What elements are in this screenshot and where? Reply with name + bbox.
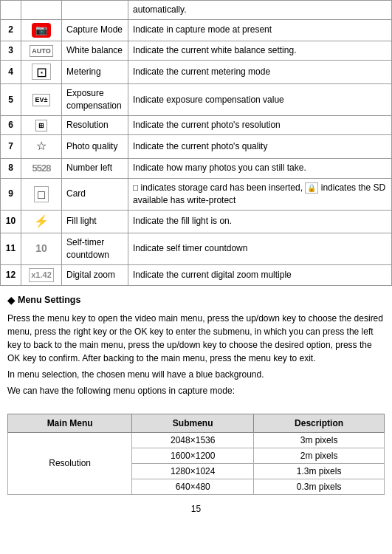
- timer-icon: 10: [35, 242, 47, 256]
- row-num: 8: [1, 158, 21, 178]
- row-icon: AUTO: [21, 41, 62, 61]
- row-desc: Indicate the current white balance setti…: [128, 41, 392, 61]
- row-desc: Indicate exposure compensation value: [128, 84, 392, 116]
- row-name: Number left: [62, 158, 128, 178]
- empty-cell: [1, 1, 21, 20]
- row-icon: 📷: [21, 19, 62, 41]
- menu-para2: In menu selection, the chosen menu will …: [7, 368, 385, 381]
- row-name: Card: [62, 178, 128, 210]
- camera-icon: 📷: [32, 23, 51, 38]
- menu-table-row: Resolution 2048×1536 3m pixels: [8, 432, 385, 448]
- empty-name: [62, 1, 128, 20]
- row-icon: ☆: [21, 135, 62, 158]
- row-num: 3: [1, 41, 21, 61]
- submenu-1600: 1600×1200: [132, 448, 254, 463]
- row-icon: ⊞: [21, 115, 62, 135]
- row-name: Resolution: [62, 115, 128, 135]
- ev-icon: EV±: [32, 94, 51, 106]
- diamond-icon: ◆: [7, 295, 15, 306]
- menu-settings-section: ◆ Menu Settings Press the menu key to op…: [0, 286, 392, 406]
- main-menu-header: Main Menu: [8, 414, 132, 432]
- menu-para3: We can have the following menu options i…: [7, 384, 385, 397]
- zoom-icon: x1.42: [29, 268, 54, 282]
- empty-icon: [21, 1, 62, 20]
- row-icon: 10: [21, 233, 62, 264]
- description-header: Description: [254, 414, 385, 432]
- row-icon: □: [21, 178, 62, 210]
- row-desc: Indicate the fill light is on.: [128, 210, 392, 233]
- quality-icon: ☆: [36, 140, 47, 152]
- resolution-main-menu: Resolution: [8, 432, 132, 494]
- card-desc-part1: □ indicates storage card has been insert…: [133, 182, 305, 193]
- note-row: automatically.: [1, 1, 392, 20]
- desc-1-3m: 1.3m pixels: [254, 463, 385, 479]
- table-header-row: Main Menu Submenu Description: [8, 414, 385, 432]
- row-name: Exposure compensation: [62, 84, 128, 116]
- table-row: 12 x1.42 Digital zoom Indicate the curre…: [1, 264, 392, 285]
- card-icon: □: [34, 186, 49, 202]
- card-lock-icon: 🔒: [305, 182, 318, 194]
- table-row: 7 ☆ Photo quality Indicate the current p…: [1, 135, 392, 158]
- row-desc: □ indicates storage card has been insert…: [128, 178, 392, 210]
- row-desc: Indicate the current metering mode: [128, 61, 392, 84]
- row-name: Metering: [62, 61, 128, 84]
- row-icon: EV±: [21, 84, 62, 116]
- desc-2m: 2m pixels: [254, 448, 385, 463]
- numleft-icon: 5528: [32, 162, 51, 175]
- desc-0-3m: 0.3m pixels: [254, 479, 385, 494]
- row-num: 10: [1, 210, 21, 233]
- row-icon: 5528: [21, 158, 62, 178]
- row-num: 12: [1, 264, 21, 285]
- row-desc: Indicate self timer countdown: [128, 233, 392, 264]
- table-row: 4 ⊡ Metering Indicate the current meteri…: [1, 61, 392, 84]
- row-name: Capture Mode: [62, 19, 128, 41]
- menu-settings-label: Menu Settings: [18, 295, 80, 305]
- auto-note: automatically.: [128, 1, 392, 20]
- row-name: Self-timer countdown: [62, 233, 128, 264]
- row-desc: Indicate how many photos you can still t…: [128, 158, 392, 178]
- row-num: 7: [1, 135, 21, 158]
- table-row: 10 ⚡ Fill light Indicate the fill light …: [1, 210, 392, 233]
- submenu-header: Submenu: [132, 414, 254, 432]
- row-num: 2: [1, 19, 21, 41]
- page-number: 15: [0, 499, 392, 521]
- row-num: 4: [1, 61, 21, 84]
- row-desc: Indicate the current photo's quality: [128, 135, 392, 158]
- table-row: 2 📷 Capture Mode Indicate in capture mod…: [1, 19, 392, 41]
- row-name: Photo quality: [62, 135, 128, 158]
- row-num: 11: [1, 233, 21, 264]
- row-num: 5: [1, 84, 21, 116]
- row-icon: ⊡: [21, 61, 62, 84]
- table-row: 9 □ Card □ indicates storage card has be…: [1, 178, 392, 210]
- menu-options-table: Main Menu Submenu Description Resolution…: [7, 414, 385, 495]
- row-icon: ⚡: [21, 210, 62, 233]
- row-name: Fill light: [62, 210, 128, 233]
- auto-icon: AUTO: [30, 45, 52, 58]
- table-row: 5 EV± Exposure compensation Indicate exp…: [1, 84, 392, 116]
- fill-light-icon: ⚡: [34, 215, 49, 228]
- submenu-1280: 1280×1024: [132, 463, 254, 479]
- row-desc: Indicate the current digital zoom multip…: [128, 264, 392, 285]
- row-desc: Indicate the current photo's resolution: [128, 115, 392, 135]
- table-row: 6 ⊞ Resolution Indicate the current phot…: [1, 115, 392, 135]
- row-icon: x1.42: [21, 264, 62, 285]
- table-row: 11 10 Self-timer countdown Indicate self…: [1, 233, 392, 264]
- row-name: Digital zoom: [62, 264, 128, 285]
- menu-settings-title: ◆ Menu Settings: [7, 295, 385, 306]
- menu-para1: Press the menu key to open the video mai…: [7, 312, 385, 365]
- row-num: 9: [1, 178, 21, 210]
- resolution-icon: ⊞: [35, 120, 47, 132]
- row-desc: Indicate in capture mode at present: [128, 19, 392, 41]
- submenu-640: 640×480: [132, 479, 254, 494]
- submenu-2048: 2048×1536: [132, 432, 254, 448]
- row-name: White balance: [62, 41, 128, 61]
- table-row: 8 5528 Number left Indicate how many pho…: [1, 158, 392, 178]
- row-num: 6: [1, 115, 21, 135]
- desc-3m: 3m pixels: [254, 432, 385, 448]
- metering-icon: ⊡: [32, 64, 51, 80]
- table-row: 3 AUTO White balance Indicate the curren…: [1, 41, 392, 61]
